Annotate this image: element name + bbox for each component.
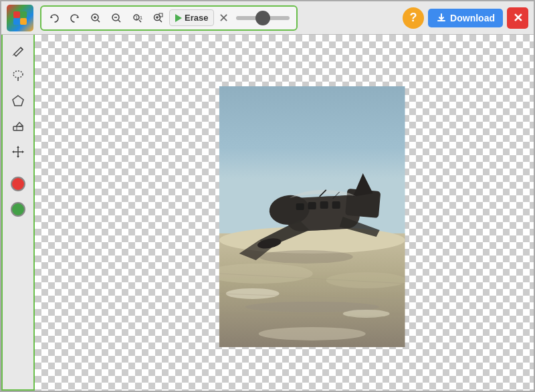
sidebar bbox=[1, 35, 35, 391]
svg-line-9 bbox=[98, 20, 100, 22]
svg-marker-4 bbox=[51, 16, 53, 18]
erase-button[interactable]: Erase bbox=[169, 9, 214, 26]
svg-text:1:1: 1:1 bbox=[135, 15, 142, 21]
svg-line-19 bbox=[160, 19, 163, 22]
erase-label: Erase bbox=[185, 13, 208, 23]
cancel-button[interactable]: ✕ bbox=[216, 11, 231, 25]
help-icon: ? bbox=[410, 11, 417, 25]
move-icon bbox=[11, 145, 25, 159]
background-color-button[interactable] bbox=[7, 198, 29, 221]
svg-marker-5 bbox=[76, 16, 78, 18]
lasso-tool-button[interactable] bbox=[7, 64, 29, 87]
svg-rect-47 bbox=[320, 201, 328, 209]
history-zoom-group: 1:1 Erase ✕ bbox=[40, 5, 298, 31]
svg-rect-48 bbox=[332, 201, 340, 209]
svg-marker-31 bbox=[17, 156, 19, 158]
download-button[interactable]: Download bbox=[428, 9, 503, 27]
svg-line-12 bbox=[118, 20, 120, 22]
brush-circle bbox=[255, 11, 270, 25]
svg-rect-3 bbox=[20, 18, 27, 25]
app-container: 1:1 Erase ✕ bbox=[0, 0, 535, 392]
app-logo bbox=[7, 5, 33, 31]
polygon-tool-button[interactable] bbox=[7, 90, 29, 112]
svg-rect-0 bbox=[13, 11, 20, 18]
svg-point-56 bbox=[226, 288, 280, 299]
svg-point-58 bbox=[259, 327, 366, 340]
redo-button[interactable] bbox=[66, 9, 84, 27]
move-tool-button[interactable] bbox=[7, 140, 29, 163]
zoom-out-button[interactable] bbox=[107, 9, 126, 27]
svg-point-52 bbox=[259, 250, 353, 264]
top-right-buttons: ? Download ✕ bbox=[403, 7, 528, 29]
pencil-tool-button[interactable] bbox=[7, 39, 29, 62]
svg-marker-25 bbox=[13, 96, 23, 106]
main-area bbox=[1, 35, 534, 391]
pencil-icon bbox=[11, 43, 25, 57]
background-color-swatch bbox=[11, 202, 25, 217]
svg-line-22 bbox=[13, 54, 14, 56]
cancel-icon: ✕ bbox=[219, 11, 229, 25]
foreground-color-button[interactable] bbox=[7, 173, 29, 195]
svg-marker-30 bbox=[17, 146, 19, 148]
image-container bbox=[219, 86, 405, 350]
download-label: Download bbox=[450, 13, 495, 23]
svg-point-23 bbox=[13, 71, 23, 78]
eraser-tool-button[interactable] bbox=[7, 115, 29, 138]
lasso-icon bbox=[11, 69, 25, 82]
zoom-in-button[interactable] bbox=[86, 9, 105, 27]
svg-marker-33 bbox=[22, 151, 24, 153]
eraser-icon bbox=[11, 120, 25, 133]
download-icon bbox=[436, 13, 447, 23]
main-image bbox=[219, 86, 405, 347]
toolbar: 1:1 Erase ✕ bbox=[1, 1, 534, 35]
undo-button[interactable] bbox=[45, 9, 64, 27]
zoom-fit-button[interactable]: 1:1 bbox=[128, 9, 146, 27]
canvas-area[interactable] bbox=[35, 35, 534, 391]
close-button[interactable]: ✕ bbox=[507, 7, 528, 29]
svg-rect-2 bbox=[13, 18, 20, 25]
foreground-color-swatch bbox=[11, 177, 25, 191]
zoom-actual-button[interactable] bbox=[148, 9, 167, 27]
svg-rect-46 bbox=[308, 202, 316, 209]
close-icon: ✕ bbox=[513, 11, 523, 25]
svg-marker-32 bbox=[12, 151, 14, 153]
svg-line-21 bbox=[21, 47, 23, 50]
play-icon bbox=[175, 14, 182, 22]
help-button[interactable]: ? bbox=[403, 7, 424, 29]
brush-size-slider[interactable] bbox=[236, 16, 290, 20]
polygon-icon bbox=[11, 94, 25, 108]
svg-rect-45 bbox=[296, 203, 304, 210]
svg-rect-1 bbox=[20, 11, 27, 18]
svg-rect-26 bbox=[13, 126, 23, 130]
